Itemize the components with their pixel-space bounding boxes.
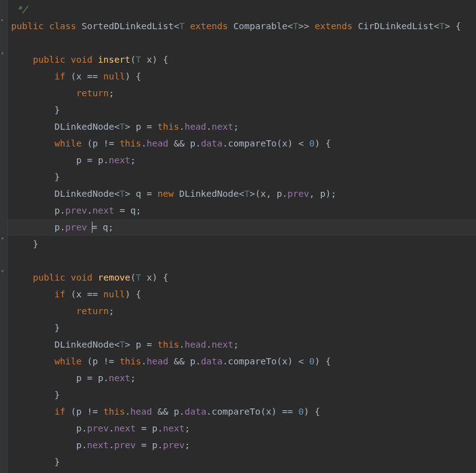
fold-end-icon[interactable]: ▴ (1, 235, 6, 240)
editor-gutter: ▸ ▾ ▴ ▾ (0, 0, 7, 473)
code-line[interactable]: } (7, 102, 476, 119)
code-line[interactable]: p.next.prev = p.prev; (7, 437, 476, 454)
code-editor[interactable]: */ public class SortedDLinkedList<T exte… (7, 0, 476, 473)
code-line[interactable]: DLinkedNode<T> q = new DLinkedNode<T>(x,… (7, 186, 476, 202)
fold-marker-icon[interactable]: ▸ (1, 17, 6, 22)
code-line[interactable]: */ (7, 1, 476, 18)
code-line-active[interactable]: p.prev = q; (7, 219, 476, 236)
code-line[interactable]: DLinkedNode<T> p = this.head.next; (7, 336, 476, 353)
code-line[interactable]: return; (7, 85, 476, 102)
code-line[interactable]: public void remove(T x) { (7, 269, 476, 286)
code-line[interactable]: if (x == null) { (7, 286, 476, 303)
code-line[interactable]: } (7, 454, 476, 471)
code-line[interactable]: } (7, 471, 476, 473)
code-line[interactable]: if (x == null) { (7, 68, 476, 85)
code-line[interactable]: public class SortedDLinkedList<T extends… (7, 18, 476, 35)
code-line-blank[interactable] (7, 35, 476, 52)
code-line[interactable]: } (7, 169, 476, 186)
fold-marker-icon[interactable]: ▾ (1, 50, 6, 56)
fold-marker-icon[interactable]: ▾ (1, 268, 6, 274)
code-line[interactable]: if (p != this.head && p.data.compareTo(x… (7, 403, 476, 420)
code-line[interactable]: p.prev.next = q; (7, 202, 476, 219)
code-line[interactable]: } (7, 236, 476, 253)
code-line[interactable]: p = p.next; (7, 152, 476, 169)
code-line[interactable]: p = p.next; (7, 370, 476, 387)
code-line[interactable]: return; (7, 303, 476, 320)
code-line[interactable]: } (7, 387, 476, 403)
code-line[interactable]: public void insert(T x) { (7, 52, 476, 68)
code-line[interactable]: p.prev.next = p.next; (7, 420, 476, 437)
text-cursor (92, 222, 92, 233)
code-line[interactable]: } (7, 320, 476, 336)
code-line-blank[interactable] (7, 253, 476, 269)
comment-text: */ (11, 4, 27, 14)
code-line[interactable]: while (p != this.head && p.data.compareT… (7, 135, 476, 152)
code-line[interactable]: DLinkedNode<T> p = this.head.next; (7, 119, 476, 135)
code-line[interactable]: while (p != this.head && p.data.compareT… (7, 353, 476, 370)
